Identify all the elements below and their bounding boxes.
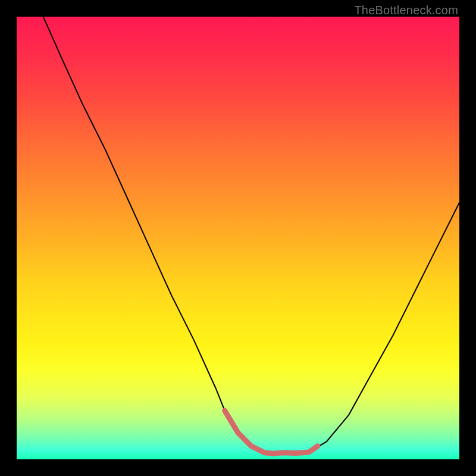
- zero-bottleneck-band: [225, 411, 318, 453]
- watermark-text: TheBottleneck.com: [354, 4, 458, 17]
- chart-frame: TheBottleneck.com: [0, 0, 476, 476]
- curve-layer: [17, 17, 459, 459]
- bottleneck-curve: [43, 17, 459, 453]
- plot-area: [17, 17, 459, 459]
